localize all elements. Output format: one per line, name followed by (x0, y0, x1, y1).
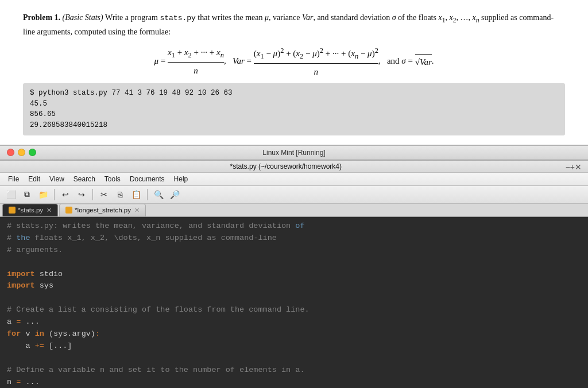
new-file-button[interactable]: ⬜ (3, 188, 18, 201)
code-editor[interactable]: # stats.py: writes the mean, variance, a… (0, 217, 588, 388)
code-line-4 (0, 257, 588, 269)
menu-edit[interactable]: Edit (25, 174, 44, 184)
cut-button[interactable]: ✂ (96, 188, 111, 201)
menu-documents[interactable]: Documents (126, 174, 168, 184)
tab-stats-close[interactable]: ✕ (47, 207, 52, 214)
window-buttons[interactable] (7, 149, 36, 156)
terminal-line-4: 29.268583840015218 (30, 120, 558, 131)
toolbar: ⬜ ⧉ 📁 ↩ ↪ ✂ ⎘ 📋 🔍 🔎 (0, 186, 588, 204)
code-line-9: a = ... (0, 316, 588, 328)
code-line-3: # arguments. (0, 245, 588, 257)
menu-file[interactable]: File (5, 174, 22, 184)
code-line-1: # stats.py: writes the mean, variance, a… (0, 220, 588, 232)
menu-bar: File Edit View Search Tools Documents He… (0, 173, 588, 186)
open-button[interactable]: 📁 (36, 188, 51, 201)
menu-help[interactable]: Help (171, 174, 192, 184)
maximize-button[interactable] (29, 149, 36, 156)
problem-text: Problem 1. (Basic Stats) Write a program… (23, 11, 565, 79)
menu-view[interactable]: View (46, 174, 68, 184)
undo-button[interactable]: ↩ (58, 188, 73, 201)
code-line-14: n = ... (0, 377, 588, 388)
code-line-2: # the floats x_1, x_2, \dots, x_n suppli… (0, 232, 588, 245)
code-line-11: a += [...] (0, 340, 588, 352)
tab-stats[interactable]: *stats.py ✕ (2, 204, 58, 216)
tab-longest-label: *longest_stretch.py (75, 207, 131, 214)
python-icon-1 (9, 207, 16, 214)
window-close-icon[interactable]: ✕ (575, 162, 582, 172)
close-button[interactable] (7, 149, 14, 156)
code-line-5: import stdio (0, 269, 588, 281)
window-minimize-icon[interactable]: − (566, 162, 570, 172)
formula-block: μ = x1 + x2 + ··· + xn n , Var = (x1 − μ… (23, 45, 565, 79)
terminal-line-3: 856.65 (30, 109, 558, 120)
minimize-button[interactable] (18, 149, 25, 156)
new-tab-button[interactable]: ⧉ (20, 188, 34, 201)
filename: stats.py (160, 14, 195, 22)
terminal-line-1: $ python3 stats.py 77 41 3 76 19 48 92 1… (30, 88, 558, 99)
window-chrome: Linux Mint [Running] (0, 145, 588, 160)
toolbar-separator-3 (147, 189, 148, 200)
document-area: Problem 1. (Basic Stats) Write a program… (0, 0, 588, 145)
find-replace-button[interactable]: 🔎 (167, 188, 182, 201)
code-line-12 (0, 352, 588, 364)
terminal-output: $ python3 stats.py 77 41 3 76 19 48 92 1… (23, 83, 565, 135)
find-button[interactable]: 🔍 (151, 188, 166, 201)
toolbar-separator-1 (54, 189, 55, 200)
paste-button[interactable]: 📋 (129, 188, 144, 201)
menu-search[interactable]: Search (70, 174, 99, 184)
code-line-13: # Define a variable n and set it to the … (0, 364, 588, 377)
copy-button[interactable]: ⎘ (113, 188, 127, 201)
tab-longest-stretch[interactable]: *longest_stretch.py ✕ (59, 204, 146, 216)
redo-button[interactable]: ↪ (74, 188, 89, 201)
problem-label: Problem 1. (23, 13, 60, 22)
terminal-line-2: 45.5 (30, 99, 558, 110)
code-line-7 (0, 292, 588, 304)
code-line-6: import sys (0, 280, 588, 292)
tabs-bar: *stats.py ✕ *longest_stretch.py ✕ (0, 204, 588, 217)
editor-title: *stats.py (~/coursework/homework4) (230, 162, 342, 170)
menu-tools[interactable]: Tools (101, 174, 124, 184)
title-bar: Linux Mint [Running] (0, 146, 588, 160)
tab-longest-close[interactable]: ✕ (134, 207, 140, 214)
window-title: Linux Mint [Running] (262, 149, 325, 157)
window-maximize-icon[interactable]: + (570, 162, 575, 172)
editor-title-bar: *stats.py (~/coursework/homework4) ✕ + − (0, 161, 588, 173)
tab-stats-label: *stats.py (18, 207, 43, 214)
problem-type: (Basic Stats) (63, 13, 103, 22)
code-line-8: # Create a list a consisting of the floa… (0, 304, 588, 316)
python-icon-2 (65, 207, 72, 214)
code-line-10: for v in (sys.argv): (0, 328, 588, 340)
problem-desc-1: Write a program (105, 13, 160, 22)
toolbar-separator-2 (92, 189, 93, 200)
